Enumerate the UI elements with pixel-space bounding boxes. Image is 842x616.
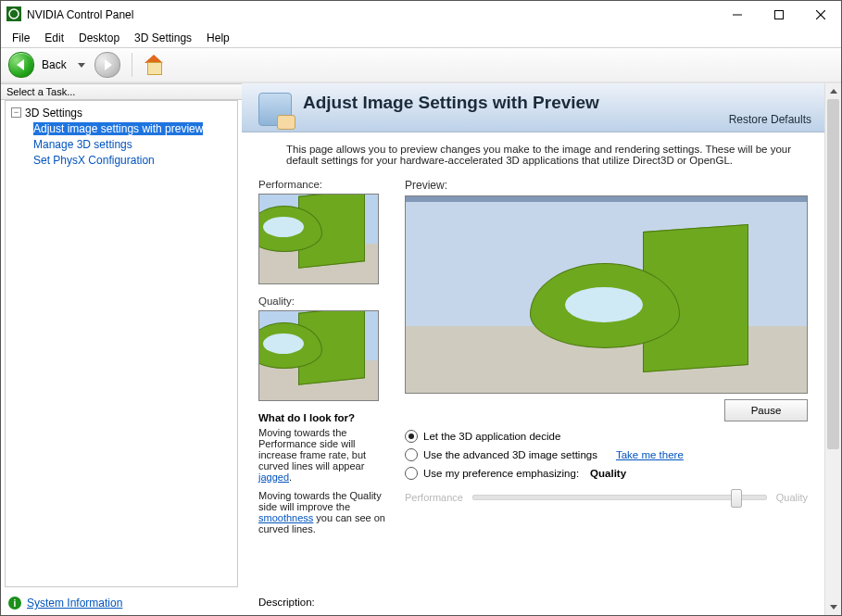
back-label[interactable]: Back [40,58,69,71]
content-pane: Adjust Image Settings with Preview Resto… [242,83,824,615]
tree-item-manage-3d[interactable]: Manage 3D settings [7,136,235,152]
window-title: NVIDIA Control Panel [27,8,133,21]
app-icon [6,6,21,24]
svg-rect-3 [774,11,783,19]
task-tree[interactable]: − 3D Settings Adjust image settings with… [5,100,238,587]
slider-right-label: Quality [776,492,808,503]
radio-icon [405,448,418,461]
quality-thumbnail [258,310,379,401]
scroll-down-button[interactable] [825,599,841,615]
what-paragraph-2: Moving towards the Quality side will imp… [258,490,388,534]
what-paragraph-1: Moving towards the Performance side will… [258,427,388,483]
what-heading: What do I look for? [258,412,388,423]
preview-viewport [405,195,808,394]
home-button[interactable] [144,55,164,75]
smoothness-link[interactable]: smoothness [258,512,313,523]
toolbar: Back [1,48,841,83]
jagged-link[interactable]: jagged [258,471,289,483]
slider-left-label: Performance [405,492,463,503]
page-intro: This page allows you to preview changes … [242,132,824,171]
page-header-icon [258,93,292,126]
description-label: Description: [242,593,824,615]
preview-label: Preview: [405,179,808,192]
tree-root-3d-settings[interactable]: − 3D Settings [7,105,235,120]
radio-icon [405,467,418,480]
maximize-button[interactable] [758,1,799,29]
performance-label: Performance: [258,179,388,190]
quality-slider[interactable]: Performance Quality [405,492,808,503]
page-title: Adjust Image Settings with Preview [303,93,808,113]
back-button[interactable] [8,52,34,78]
menu-help[interactable]: Help [199,30,237,46]
scroll-up-button[interactable] [825,83,841,99]
vertical-scrollbar[interactable] [824,83,841,615]
scroll-thumb[interactable] [827,99,839,449]
take-me-there-link[interactable]: Take me there [616,449,684,460]
task-pane: Select a Task... − 3D Settings Adjust im… [1,83,242,615]
tree-item-adjust-image[interactable]: Adjust image settings with preview [7,120,235,136]
menu-desktop[interactable]: Desktop [71,30,127,46]
scroll-track[interactable] [825,99,841,599]
collapse-icon[interactable]: − [11,107,21,118]
toolbar-separator [132,53,132,77]
restore-defaults-link[interactable]: Restore Defaults [729,113,811,126]
radio-let-app-decide[interactable]: Let the 3D application decide [405,427,808,446]
performance-thumbnail [258,194,379,284]
preference-value: Quality [590,468,626,479]
radio-icon [405,430,418,443]
titlebar: NVIDIA Control Panel [1,1,841,29]
close-button[interactable] [799,1,841,29]
quality-label: Quality: [258,295,388,307]
slider-thumb[interactable] [731,489,742,508]
info-icon: i [8,597,21,610]
tree-item-physx[interactable]: Set PhysX Configuration [7,152,235,168]
page-header: Adjust Image Settings with Preview Resto… [242,83,824,132]
back-dropdown-icon[interactable] [78,63,85,68]
menu-bar: File Edit Desktop 3D Settings Help [1,29,841,47]
radio-my-preference[interactable]: Use my preference emphasizing: [423,468,579,479]
minimize-button[interactable] [716,1,758,29]
menu-file[interactable]: File [5,30,37,46]
menu-3d-settings[interactable]: 3D Settings [127,30,199,46]
radio-advanced-settings[interactable]: Use the advanced 3D image settings [423,449,597,460]
menu-edit[interactable]: Edit [37,30,71,46]
pause-button[interactable]: Pause [724,399,808,421]
task-pane-header: Select a Task... [1,83,242,100]
slider-track[interactable] [472,495,767,500]
forward-button[interactable] [94,52,120,78]
system-information-link[interactable]: i System Information [1,591,242,615]
